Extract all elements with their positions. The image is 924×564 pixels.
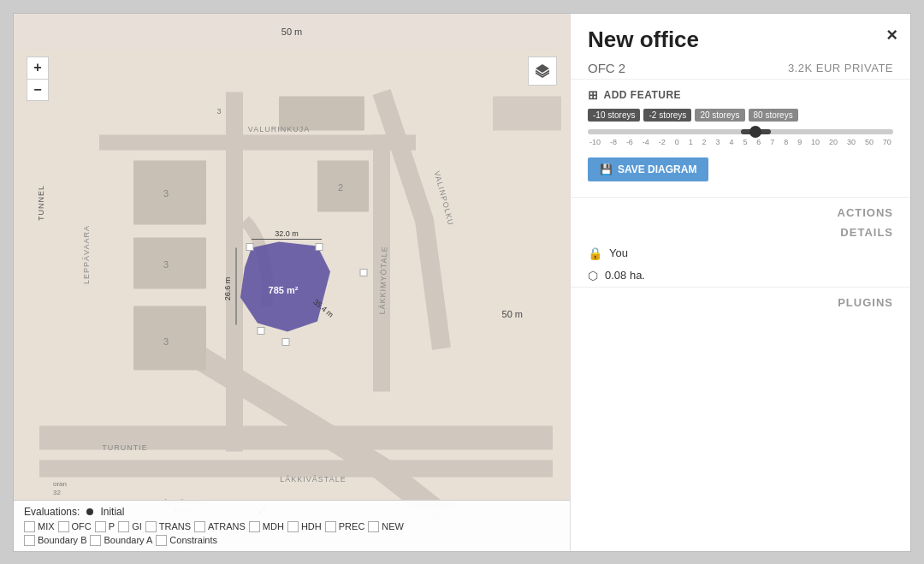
scale-label-top: 50 m xyxy=(281,27,302,37)
eval-label: Evaluations: xyxy=(24,506,80,518)
slider-track[interactable] xyxy=(588,129,893,134)
svg-text:3: 3 xyxy=(163,258,169,269)
svg-text:32.0 m: 32.0 m xyxy=(275,229,299,237)
add-feature-icon: ⊞ xyxy=(588,88,599,102)
area-row: ⬡ 0.08 ha. xyxy=(571,264,910,287)
svg-rect-6 xyxy=(133,160,206,224)
svg-text:26.6 m: 26.6 m xyxy=(223,276,232,300)
svg-rect-25 xyxy=(360,269,367,276)
svg-text:LÄKKIVÄSTALE: LÄKKIVÄSTALE xyxy=(280,474,346,483)
evaluations-bar: Evaluations: Initial MIX OFC P GI TRANS … xyxy=(14,500,570,551)
svg-text:32: 32 xyxy=(53,488,61,496)
area-icon: ⬡ xyxy=(588,269,598,282)
tunnel-label: TUNNEL xyxy=(37,185,45,221)
sidebar-title: New office xyxy=(588,27,868,53)
svg-text:3: 3 xyxy=(163,187,169,198)
zoom-in-button[interactable]: + xyxy=(27,56,49,79)
sidebar-meta-left: OFC 2 xyxy=(588,61,625,75)
svg-rect-3 xyxy=(99,134,416,150)
eval-cb-gi[interactable]: GI xyxy=(118,521,142,532)
svg-text:2: 2 xyxy=(338,181,343,192)
svg-rect-24 xyxy=(316,243,323,250)
storey-tag-3: 20 storeys xyxy=(695,109,744,122)
sidebar-section-actions: ACTIONS xyxy=(571,197,910,223)
user-label: You xyxy=(609,246,628,259)
svg-rect-26 xyxy=(258,327,264,334)
svg-text:785 m²: 785 m² xyxy=(269,284,299,294)
storey-tag-4: 80 storeys xyxy=(749,109,798,122)
svg-rect-7 xyxy=(133,237,206,288)
lock-icon: 🔒 xyxy=(588,246,602,260)
storey-tag-2: -2 storeys xyxy=(643,109,691,122)
eval-cb-ofc[interactable]: OFC xyxy=(58,521,92,532)
zoom-controls: + − xyxy=(27,56,49,101)
svg-rect-14 xyxy=(493,96,561,130)
save-diagram-button[interactable]: 💾 SAVE DIAGRAM xyxy=(588,157,708,181)
svg-text:3: 3 xyxy=(163,335,169,346)
svg-rect-8 xyxy=(133,306,206,370)
storey-tag-1: -10 storeys xyxy=(588,109,640,122)
svg-text:3: 3 xyxy=(216,106,221,115)
eval-checkboxes-row: MIX OFC P GI TRANS ATRANS MDH HDH PREC N… xyxy=(24,521,560,532)
add-feature-button[interactable]: ⊞ ADD FEATURE xyxy=(588,88,681,102)
zoom-out-button[interactable]: − xyxy=(27,79,49,101)
storeys-labels: -10 storeys -2 storeys 20 storeys 80 sto… xyxy=(588,109,893,122)
eval-cb-boundary-b[interactable]: Boundary B xyxy=(24,535,86,546)
svg-rect-27 xyxy=(282,338,289,345)
area-label: 0.08 ha. xyxy=(605,269,645,282)
svg-rect-4 xyxy=(226,92,243,451)
eval-dot xyxy=(86,508,93,515)
slider-axis: -10-8-6-4-2 01234 56789 1020305070 xyxy=(588,138,893,146)
user-row: 🔒 You xyxy=(571,242,910,264)
sidebar: × New office OFC 2 3.2K EUR PRIVATE ⊞ AD… xyxy=(570,14,910,551)
save-diagram-label: SAVE DIAGRAM xyxy=(618,163,696,175)
map-panel: TUNNEL 50 m 50 m xyxy=(14,14,570,551)
eval-cb-mdh[interactable]: MDH xyxy=(249,521,284,532)
scale-label-right: 50 m xyxy=(502,309,523,319)
eval-cb-hdh[interactable]: HDH xyxy=(287,521,322,532)
save-diagram-icon: 💾 xyxy=(600,163,613,175)
sidebar-section-plugins: PLUGINS xyxy=(571,287,910,312)
eval-cb-atrans[interactable]: ATRANS xyxy=(194,521,246,532)
main-container: TUNNEL 50 m 50 m xyxy=(13,13,911,552)
eval-cb-mix[interactable]: MIX xyxy=(24,521,55,532)
close-button[interactable]: × xyxy=(886,24,897,46)
eval-checkboxes-row2: Boundary B Boundary A Constraints xyxy=(24,535,560,546)
feature-section: ⊞ ADD FEATURE -10 storeys -2 storeys 20 … xyxy=(571,79,910,197)
svg-text:TURUNTIE: TURUNTIE xyxy=(102,442,148,451)
svg-text:LEPPÄVAARA: LEPPÄVAARA xyxy=(82,225,91,284)
eval-cb-boundary-a[interactable]: Boundary A xyxy=(90,535,152,546)
svg-text:oran: oran xyxy=(53,479,67,487)
sidebar-section-details: DETAILS xyxy=(571,223,910,242)
slider-container: -10-8-6-4-2 01234 56789 1020305070 xyxy=(588,122,893,151)
sidebar-meta-right: 3.2K EUR PRIVATE xyxy=(788,62,893,74)
sidebar-header: New office xyxy=(571,14,910,57)
add-feature-label: ADD FEATURE xyxy=(604,89,682,101)
slider-handle[interactable] xyxy=(749,126,761,138)
svg-text:VALURINKUJA: VALURINKUJA xyxy=(248,124,310,133)
eval-row1: Evaluations: Initial xyxy=(24,506,560,518)
eval-initial: Initial xyxy=(100,506,124,518)
svg-rect-23 xyxy=(246,243,253,250)
map-svg: 3 3 3 2 3 785 m² 32.0 m 26.6 m 35.4 xyxy=(14,14,570,551)
eval-cb-prec[interactable]: PREC xyxy=(325,521,365,532)
sidebar-meta: OFC 2 3.2K EUR PRIVATE xyxy=(571,57,910,79)
layers-icon xyxy=(534,62,551,80)
eval-cb-new[interactable]: NEW xyxy=(368,521,404,532)
layers-button[interactable] xyxy=(528,56,557,86)
eval-cb-p[interactable]: P xyxy=(95,521,115,532)
eval-cb-trans[interactable]: TRANS xyxy=(145,521,191,532)
eval-cb-constraints[interactable]: Constraints xyxy=(156,535,217,546)
